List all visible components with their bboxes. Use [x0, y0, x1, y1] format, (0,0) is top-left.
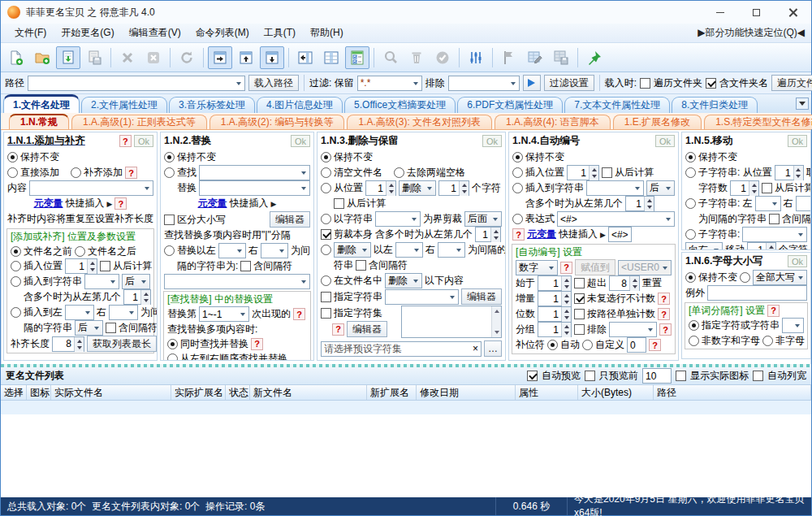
multi-nth-spinner[interactable]: 1 [475, 227, 501, 242]
exception-input[interactable] [707, 285, 807, 301]
pad-custom-input[interactable] [627, 337, 646, 353]
subtab-normal[interactable]: 1.N.常规 [9, 114, 69, 129]
radio-sequential[interactable] [167, 353, 178, 362]
find-combo[interactable] [199, 165, 310, 180]
over-reset-checkbox[interactable] [574, 278, 585, 288]
separator-combo[interactable] [782, 318, 804, 333]
right-sep-combo[interactable] [261, 243, 288, 258]
with-sep-checkbox[interactable] [106, 323, 116, 333]
radio-before-name[interactable] [11, 246, 21, 257]
file-table-body[interactable] [1, 401, 811, 497]
subtab-advanced-4-script[interactable]: 1.A.高级(4): 语言脚本 [495, 115, 611, 129]
panel-up-button[interactable] [234, 46, 258, 69]
help-button[interactable]: ? [293, 308, 305, 320]
column-new-name[interactable]: 新文件名 [250, 385, 367, 400]
start-spinner[interactable]: 1 [538, 275, 572, 291]
number-type-combo[interactable]: 数字 [516, 260, 558, 275]
radio-replace-between[interactable] [164, 245, 175, 256]
help-button[interactable]: ? [119, 135, 132, 147]
subtab-extension-modify[interactable]: 1.E.扩展名修改 [613, 115, 702, 129]
radio-keep[interactable] [685, 152, 696, 163]
metavar-link[interactable]: 元变量 [34, 197, 63, 210]
refresh-button[interactable] [175, 46, 199, 69]
radio-insert-between[interactable] [11, 307, 21, 318]
insert-string-combo[interactable] [84, 274, 119, 289]
content-combo[interactable] [29, 180, 153, 196]
radio-direct-add[interactable] [7, 167, 18, 178]
subtab-specific-type[interactable]: 1.S.特定类型文件名修改 [704, 115, 812, 129]
apply-filter-button[interactable] [523, 75, 541, 91]
tab-file-attributes[interactable]: 2.文件属性处理 [81, 97, 167, 113]
per-path-checkbox[interactable] [574, 309, 585, 319]
help-button[interactable]: ? [658, 293, 670, 305]
check-list-button[interactable] [345, 46, 369, 69]
panel-down-button[interactable] [260, 46, 284, 69]
editor-button[interactable]: 编辑器 [461, 288, 502, 305]
menu-edit-view[interactable]: 编辑查看(V) [122, 26, 188, 40]
radio-insert-pos[interactable] [512, 167, 523, 178]
ok-button[interactable]: Ok [134, 135, 153, 147]
with-sep-checkbox[interactable] [356, 260, 366, 271]
radio-simultaneous[interactable] [167, 339, 178, 349]
radio-insert-to-string[interactable] [11, 276, 21, 287]
help-button[interactable]: ? [767, 305, 780, 317]
delete-item-button[interactable] [115, 46, 140, 69]
help-button[interactable]: ? [251, 338, 263, 350]
menu-start-rename[interactable]: 开始更名(G) [54, 26, 121, 40]
pad-length-spinner[interactable]: 8 [52, 336, 84, 352]
left-sep-combo[interactable] [65, 305, 94, 320]
assign-var-combo[interactable]: <USER0> [618, 260, 672, 275]
from-end-checkbox[interactable] [100, 261, 110, 271]
column-size[interactable]: 大小(Bytes) [578, 385, 654, 400]
expression-combo[interactable]: <#> [557, 211, 675, 227]
position-after-combo[interactable]: 后 [122, 274, 150, 289]
quick-locate-link[interactable]: ▶部分功能快速定位(Q)◀ [698, 26, 805, 40]
radio-insert-to-string[interactable] [512, 183, 523, 193]
edit-table-button[interactable] [523, 46, 547, 69]
tab-office-summary[interactable]: 5.Office文档摘要处理 [344, 97, 456, 113]
scrollbar[interactable] [491, 306, 501, 337]
preview-button[interactable] [378, 46, 403, 69]
subtab-advanced-2-encoding[interactable]: 1.A.高级(2): 编码与转换等 [209, 115, 345, 129]
move-count-spinner[interactable]: 1 [747, 242, 776, 250]
ok-button[interactable]: Ok [655, 135, 675, 147]
delete-all-button[interactable] [141, 46, 166, 69]
ok-button[interactable]: Ok [788, 135, 807, 147]
radio-non-alpha[interactable] [762, 336, 773, 346]
sep-after-combo[interactable]: 后 [75, 320, 103, 336]
column-status[interactable]: 状态 [226, 385, 250, 400]
right-sep-combo[interactable] [438, 242, 465, 258]
panel-right-button[interactable] [208, 46, 232, 69]
left-sep-combo[interactable] [218, 243, 246, 258]
radio-keep[interactable] [321, 152, 331, 163]
metavar-link[interactable]: 元变量 [198, 197, 227, 210]
tab-pdf-attributes[interactable]: 6.PDF文档属性处理 [457, 97, 563, 113]
metavar-link[interactable]: 元变量 [527, 228, 556, 241]
add-folder-button[interactable] [30, 46, 54, 69]
walk-folders-checkbox[interactable] [640, 78, 650, 89]
delete-mode-combo[interactable]: 删除 [334, 242, 371, 258]
substring-combo[interactable] [742, 227, 807, 242]
walk-file-list-button[interactable]: 遍历文件列表 [771, 75, 812, 91]
spec-string-combo[interactable] [385, 289, 459, 305]
radio-keep[interactable] [7, 152, 18, 163]
with-sep-checkbox[interactable] [240, 261, 251, 271]
radio-from-position[interactable] [321, 183, 331, 193]
case-sensitive-checkbox[interactable] [164, 215, 175, 225]
clear-icon[interactable]: × [473, 343, 478, 354]
include-folder-name-checkbox[interactable] [706, 78, 716, 89]
between-replace-combo[interactable] [164, 274, 310, 289]
radio-substring-between[interactable] [685, 198, 696, 209]
help-button[interactable]: ? [332, 323, 344, 336]
tab-music-tags[interactable]: 3.音乐标签处理 [169, 97, 255, 113]
import-list-button[interactable] [56, 46, 80, 69]
filter-settings-button[interactable]: 过滤设置 [544, 75, 594, 91]
substring-pos-spinner[interactable]: 1 [775, 165, 804, 180]
nth-combo[interactable]: 1~-1 [199, 306, 249, 322]
help-button[interactable]: ? [659, 323, 672, 336]
assign-to-button[interactable]: 赋值到 [575, 259, 615, 275]
radio-by-string[interactable] [321, 214, 331, 224]
remove-checked-button[interactable] [404, 46, 429, 69]
radio-substring-pos[interactable] [685, 167, 696, 178]
from-position-spinner[interactable]: 1 [365, 180, 396, 196]
